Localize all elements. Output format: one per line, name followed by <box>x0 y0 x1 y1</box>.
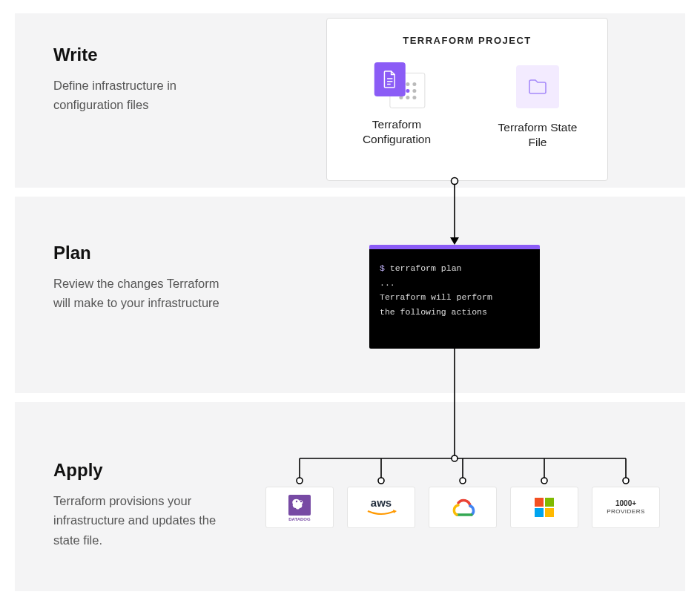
project-title: TERRAFORM PROJECT <box>327 35 607 46</box>
provider-more: 1000+ PROVIDERS <box>592 487 660 528</box>
plan-desc: Review the changes Terraform will make t… <box>53 274 239 313</box>
apply-desc: Terraform provisions your infrastructure… <box>53 491 239 550</box>
more-label: PROVIDERS <box>607 508 645 516</box>
terraform-configuration-item: Terraform Configuration <box>349 62 445 150</box>
svg-rect-6 <box>545 498 554 507</box>
terminal-line2: the following actions <box>380 305 529 320</box>
more-count: 1000+ <box>607 498 645 508</box>
plan-title: Plan <box>53 243 239 263</box>
svg-text:aws: aws <box>371 496 392 509</box>
folder-icon <box>516 65 559 108</box>
terminal-window: $ terraform plan ... Terraform will perf… <box>369 245 540 349</box>
provider-gcp <box>429 487 497 528</box>
svg-rect-8 <box>545 508 554 517</box>
svg-rect-7 <box>535 508 544 517</box>
svg-rect-5 <box>535 498 544 507</box>
state-label: Terraform State File <box>489 120 586 150</box>
svg-text:DATADOG: DATADOG <box>288 517 311 521</box>
write-title: Write <box>53 45 239 65</box>
provider-aws: aws <box>347 487 415 528</box>
terminal-prompt: $ <box>380 263 390 273</box>
svg-point-2 <box>300 501 302 502</box>
terminal-line1: Terraform will perform <box>380 290 529 305</box>
terminal-ellipsis: ... <box>380 276 529 291</box>
terminal-command: terraform plan <box>390 263 462 273</box>
provider-azure <box>510 487 578 528</box>
apply-title: Apply <box>53 460 239 481</box>
provider-row: DATADOG aws 1000+ PROVIDERS <box>265 487 660 528</box>
config-label: Terraform Configuration <box>349 117 445 147</box>
section-plan: Plan Review the changes Terraform will m… <box>15 197 685 393</box>
write-desc: Define infrastructure in configuration f… <box>53 76 239 115</box>
provider-datadog: DATADOG <box>265 487 334 528</box>
terraform-project-card: TERRAFORM PROJECT Terraform Configuratio… <box>326 18 608 181</box>
document-icon <box>374 62 406 96</box>
terraform-state-item: Terraform State File <box>489 62 586 150</box>
svg-point-1 <box>296 501 297 502</box>
